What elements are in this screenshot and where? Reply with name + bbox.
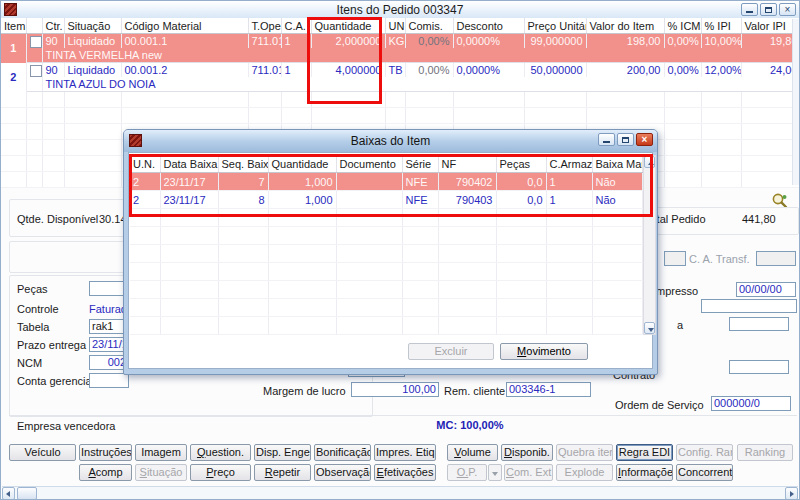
scroll-down-button[interactable] — [644, 322, 655, 334]
rem-cliente-label: Rem. cliente — [444, 385, 505, 397]
quebra-itens-button: Quebra itens — [556, 444, 613, 461]
maximize-icon — [622, 137, 629, 143]
modal-title: Baixas do Item — [124, 134, 657, 148]
dropdown-icon — [492, 472, 498, 476]
tabela-label: Tabela — [17, 321, 49, 333]
question-button[interactable]: Question. — [190, 444, 251, 461]
empty-row — [130, 281, 642, 299]
modal-minimize-button[interactable] — [598, 133, 615, 146]
empty-field-1[interactable] — [701, 299, 797, 313]
horizontal-scrollbar[interactable] — [2, 486, 798, 500]
repetir-button[interactable]: Repetir — [254, 464, 311, 481]
item-description: TINTA AZUL DO NOIA — [42, 77, 800, 92]
acomp-button[interactable]: Acomp — [79, 464, 132, 481]
minimize-button[interactable] — [741, 3, 758, 16]
table-row-description[interactable]: TINTA VERMELHA new — [1, 48, 800, 63]
margem-lucro-field[interactable]: 100,00 — [351, 382, 439, 397]
maximize-button[interactable] — [760, 3, 777, 16]
col-uni[interactable]: UNI — [385, 18, 405, 34]
bonificacao-button[interactable]: Bonificação — [314, 444, 371, 461]
minimize-icon — [746, 11, 753, 13]
empty-row — [1, 108, 800, 124]
close-icon: × — [785, 4, 791, 15]
impresso-label: Impresso — [653, 285, 698, 297]
empty-row — [130, 299, 642, 317]
situacao-button: Situação — [135, 464, 187, 481]
ca-transf-label: C. A. Transf. — [689, 253, 750, 265]
empty-row — [130, 227, 642, 245]
movimento-button[interactable]: Movimento — [500, 343, 588, 360]
col-item[interactable]: Item — [1, 18, 26, 34]
margem-lucro-label: Margem de lucro — [263, 385, 346, 397]
maximize-icon — [765, 7, 772, 13]
com-ext-button: Com. Ext — [504, 464, 553, 481]
conta-gerencial-field[interactable] — [89, 373, 129, 388]
volume-button[interactable]: Volume — [447, 444, 498, 461]
col-check[interactable] — [26, 18, 42, 34]
explode-button: Explode — [556, 464, 613, 481]
empresa-vencedora-label: Empresa vencedora — [17, 420, 115, 432]
scroll-down-icon — [648, 328, 654, 332]
grid-vertical-scrollbar[interactable] — [792, 19, 800, 185]
modal-titlebar: Baixas do Item × — [124, 130, 657, 152]
col-codigo-material[interactable]: Código Material — [121, 18, 248, 34]
ordem-servico-field[interactable]: 000000/0 — [711, 396, 791, 411]
scroll-thumb[interactable] — [17, 487, 37, 500]
regra-edi-button[interactable]: Regra EDI — [616, 444, 673, 461]
table-row-description[interactable]: TINTA AZUL DO NOIA — [1, 77, 800, 92]
item-description: TINTA VERMELHA new — [42, 48, 800, 63]
qtde-disponivel-label: Qtde. Disponível — [17, 213, 98, 225]
preco-button[interactable]: Preço — [190, 464, 251, 481]
window-title: Itens do Pedido 003347 — [1, 3, 799, 17]
col-ipi[interactable]: % IPI — [701, 18, 741, 34]
divider — [9, 415, 797, 416]
minimize-icon — [603, 141, 610, 143]
modal-close-button[interactable]: × — [636, 133, 653, 146]
col-desconto[interactable]: Desconto — [453, 18, 524, 34]
empty-field-3[interactable] — [729, 360, 789, 374]
partial-label: a — [677, 319, 683, 331]
disp-engenh-button[interactable]: Disp. Engenh. — [254, 444, 311, 461]
annotation-quantidade — [307, 17, 382, 104]
imagem-button[interactable]: Imagem — [135, 444, 187, 461]
table-row[interactable]: 1 90 Liquidado 00.001.1 711.01 1 2,00000… — [1, 34, 800, 49]
ranking-button: Ranking — [737, 444, 793, 461]
empty-row — [1, 92, 800, 108]
scroll-left-button[interactable] — [2, 487, 15, 500]
close-button[interactable]: × — [779, 3, 796, 16]
grid-header-row: Item Ctr. Situação Código Material T.Ope… — [1, 18, 800, 34]
disponib-button[interactable]: Disponib. — [501, 444, 553, 461]
controle-label: Controle — [17, 303, 59, 315]
concorrente-button[interactable]: Concorrente — [676, 464, 733, 481]
instrucoes-button[interactable]: Instruções — [79, 444, 132, 461]
row-checkbox[interactable] — [30, 65, 42, 77]
impresso-field[interactable]: 00/00/00 — [736, 282, 796, 297]
scroll-left-icon — [6, 491, 10, 497]
mc-value: MC: 100,00% — [405, 419, 535, 431]
observacao-button[interactable]: Observação — [314, 464, 371, 481]
efetivacoes-button[interactable]: Efetivações — [374, 464, 436, 481]
empty-field-2[interactable] — [729, 317, 789, 331]
annotation-baixas-grid — [129, 154, 653, 217]
col-valor-item[interactable]: Valor do Item — [586, 18, 664, 34]
col-toper[interactable]: T.Oper. — [248, 18, 281, 34]
ordem-servico-label: Ordem de Serviço — [615, 399, 704, 411]
excluir-button: Excluir — [408, 343, 494, 360]
col-preco-unitario[interactable]: Preço Unitário — [524, 18, 586, 34]
col-ctr[interactable]: Ctr. — [42, 18, 64, 34]
informacoes-button[interactable]: Informações — [616, 464, 673, 481]
ca-field — [664, 251, 686, 266]
rem-cliente-field[interactable]: 003346-1 — [506, 382, 591, 397]
row-checkbox[interactable] — [30, 36, 42, 48]
table-row[interactable]: 2 90 Liquidado 00.001.2 711.01 1 4,00000… — [1, 63, 800, 78]
modal-maximize-button[interactable] — [617, 133, 634, 146]
veiculo-button[interactable]: Veículo — [9, 444, 76, 461]
col-situacao[interactable]: Situação — [64, 18, 121, 34]
scroll-right-button[interactable] — [785, 487, 798, 500]
ca-transf-field — [756, 251, 796, 266]
conta-gerencial-label: Conta gerencial — [17, 375, 94, 387]
col-icms[interactable]: % ICMS — [664, 18, 701, 34]
pecas-label: Peças — [17, 283, 48, 295]
impres-etiq-button[interactable]: Impres. Etiq. — [374, 444, 436, 461]
col-comis[interactable]: Comis. — [405, 18, 453, 34]
